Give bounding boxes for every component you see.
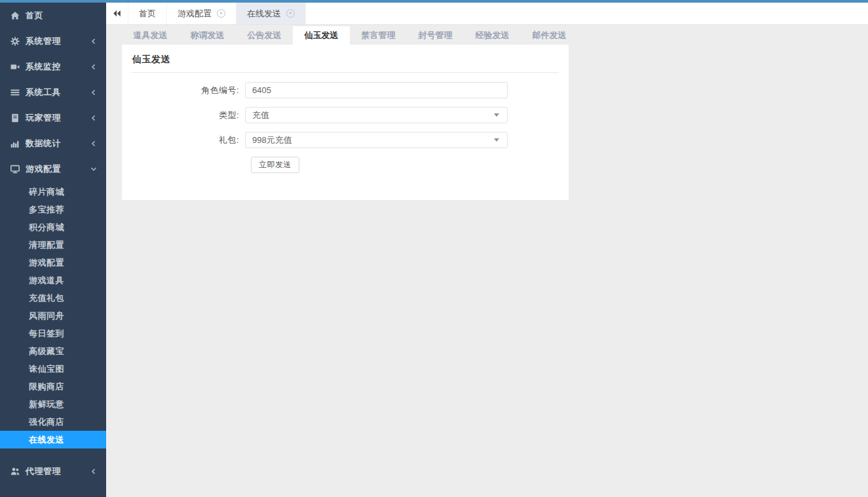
sidebar-item-data-stats[interactable]: 数据统计 xyxy=(0,130,106,156)
main-area: 首页 游戏配置 × 在线发送 × 道具发送 称谓发送 公告发送 仙玉发送 禁言管… xyxy=(106,3,868,497)
submenu-item[interactable]: 诛仙宝图 xyxy=(0,360,106,378)
type-label: 类型: xyxy=(122,109,245,121)
tab-item-send[interactable]: 道具发送 xyxy=(122,26,179,45)
list-icon xyxy=(10,88,20,97)
home-icon xyxy=(10,11,20,20)
submenu-item[interactable]: 新鲜玩意 xyxy=(0,395,106,413)
close-tab-icon[interactable]: × xyxy=(217,9,225,18)
chevron-left-icon xyxy=(89,37,98,46)
sidebar-item-label: 数据统计 xyxy=(26,138,89,149)
sidebar-item-label: 系统工具 xyxy=(26,87,89,98)
xianyu-send-panel: 仙玉发送 角色编号: 类型: 充值 礼包: 998元充值 xyxy=(122,45,569,200)
close-tab-icon[interactable]: × xyxy=(286,9,295,18)
tab-xianyu-send-active[interactable]: 仙玉发送 xyxy=(293,26,350,45)
submenu-item[interactable]: 限购商店 xyxy=(0,378,106,395)
tab-notice-send[interactable]: 公告发送 xyxy=(236,26,293,45)
monitor-icon xyxy=(10,165,20,174)
role-id-label: 角色编号: xyxy=(122,85,245,96)
game-config-submenu: 碎片商城 多宝推荐 积分商城 清理配置 游戏配置 游戏道具 充值礼包 风雨同舟 … xyxy=(0,182,106,452)
submenu-item-online-send-active[interactable]: 在线发送 xyxy=(0,431,106,448)
chevron-left-icon xyxy=(89,88,98,97)
submenu-item[interactable]: 风雨同舟 xyxy=(0,307,106,325)
xianyu-send-form: 角色编号: 类型: 充值 礼包: 998元充值 xyxy=(122,73,569,173)
type-select-value: 充值 xyxy=(252,109,269,121)
sidebar-item-label: 玩家管理 xyxy=(26,112,89,124)
panel-title: 仙玉发送 xyxy=(132,45,559,73)
tab-exp-send[interactable]: 经验发送 xyxy=(464,26,521,45)
submenu-item[interactable]: 每日签到 xyxy=(0,325,106,342)
double-left-arrow-icon xyxy=(113,9,121,18)
type-select[interactable]: 充值 xyxy=(245,107,508,123)
chevron-down-icon xyxy=(89,165,98,174)
video-camera-icon xyxy=(10,62,20,71)
submenu-item[interactable]: 多宝推荐 xyxy=(0,201,106,218)
dropdown-arrow-icon xyxy=(494,113,499,117)
window-tab-label: 在线发送 xyxy=(247,8,281,20)
sidebar-item-label: 系统监控 xyxy=(26,61,89,73)
sidebar: 首页 系统管理 系统监控 系统工具 玩家管理 xyxy=(0,3,106,497)
sidebar-item-label: 系统管理 xyxy=(26,35,89,47)
role-id-input[interactable] xyxy=(245,82,508,98)
tab-title-send[interactable]: 称谓发送 xyxy=(179,26,236,45)
sidebar-item-system-monitor[interactable]: 系统监控 xyxy=(0,54,106,79)
submenu-item[interactable]: 高级藏宝 xyxy=(0,342,106,360)
submenu-item[interactable]: 积分商城 xyxy=(0,218,106,236)
send-tabs: 道具发送 称谓发送 公告发送 仙玉发送 禁言管理 封号管理 经验发送 邮件发送 xyxy=(122,26,868,45)
tab-mail-send[interactable]: 邮件发送 xyxy=(521,26,578,45)
dropdown-arrow-icon xyxy=(494,138,499,142)
submenu-item[interactable]: 强化商店 xyxy=(0,413,106,431)
book-icon xyxy=(10,113,20,123)
window-tab-label: 游戏配置 xyxy=(178,8,212,20)
submenu-item[interactable]: 游戏配置 xyxy=(0,254,106,271)
chevron-left-icon xyxy=(89,139,98,148)
sidebar-item-player-manage[interactable]: 玩家管理 xyxy=(0,105,106,130)
submenu-item[interactable]: 清理配置 xyxy=(0,236,106,254)
form-row-submit: 立即发送 xyxy=(122,157,569,173)
window-tab-bar: 首页 游戏配置 × 在线发送 × xyxy=(106,3,868,25)
sidebar-item-system-tools[interactable]: 系统工具 xyxy=(0,79,106,105)
window-tab-online-send-active[interactable]: 在线发送 × xyxy=(236,3,306,24)
gift-label: 礼包: xyxy=(122,134,245,146)
window-tab-game-config[interactable]: 游戏配置 × xyxy=(167,3,236,24)
submenu-item[interactable]: 游戏道具 xyxy=(0,271,106,289)
sidebar-item-home[interactable]: 首页 xyxy=(0,3,106,28)
tab-ban-manage[interactable]: 封号管理 xyxy=(407,26,464,45)
sidebar-item-system-manage[interactable]: 系统管理 xyxy=(0,28,106,54)
sidebar-item-label: 首页 xyxy=(26,10,98,22)
form-row-role-id: 角色编号: xyxy=(122,82,569,98)
sidebar-item-agent-manage[interactable]: 代理管理 xyxy=(0,458,106,484)
submenu-item[interactable]: 充值礼包 xyxy=(0,289,106,307)
form-row-gift: 礼包: 998元充值 xyxy=(122,132,569,148)
sidebar-item-label: 游戏配置 xyxy=(26,163,89,175)
send-now-button[interactable]: 立即发送 xyxy=(251,157,299,173)
sidebar-item-game-config[interactable]: 游戏配置 xyxy=(0,156,106,182)
collapse-tabs-button[interactable] xyxy=(106,3,128,24)
gift-select-value: 998元充值 xyxy=(252,134,292,146)
content-area: 道具发送 称谓发送 公告发送 仙玉发送 禁言管理 封号管理 经验发送 邮件发送 … xyxy=(106,25,868,496)
window-tab-label: 首页 xyxy=(139,8,156,20)
bar-chart-icon xyxy=(10,139,20,148)
users-icon xyxy=(10,467,20,476)
chevron-left-icon xyxy=(89,113,98,123)
sidebar-item-label: 代理管理 xyxy=(26,466,89,477)
gift-select[interactable]: 998元充值 xyxy=(245,132,508,148)
chevron-left-icon xyxy=(89,467,98,476)
form-row-type: 类型: 充值 xyxy=(122,107,569,123)
chevron-left-icon xyxy=(89,62,98,71)
window-tab-home[interactable]: 首页 xyxy=(128,3,167,24)
gear-icon xyxy=(10,37,20,46)
submenu-item[interactable]: 碎片商城 xyxy=(0,183,106,201)
tab-mute-manage[interactable]: 禁言管理 xyxy=(350,26,407,45)
